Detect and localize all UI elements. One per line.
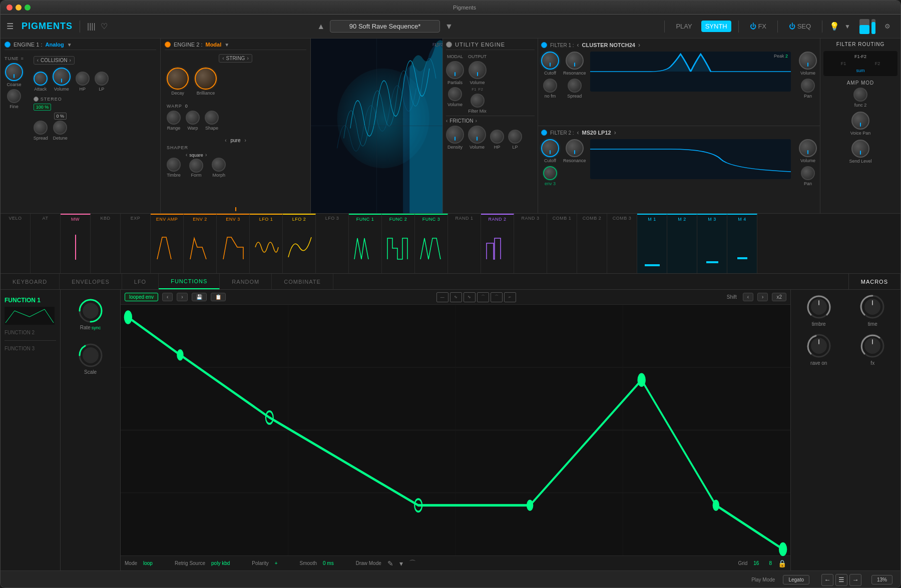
modal-vol-knob[interactable] xyxy=(448,87,462,101)
spread-knob[interactable] xyxy=(34,121,48,135)
collision-next[interactable]: › xyxy=(69,58,71,63)
send-level-knob[interactable] xyxy=(851,140,869,158)
mod-mw[interactable]: MW xyxy=(61,214,91,273)
friction-lp-knob[interactable] xyxy=(508,130,522,144)
mod-env-amp[interactable]: ENV AMP xyxy=(151,214,184,273)
stereo-power[interactable] xyxy=(34,97,39,102)
mod-rand2[interactable]: RAND 2 xyxy=(481,214,514,273)
brilliance-knob[interactable] xyxy=(195,68,217,90)
save-shape-button[interactable]: 💾 xyxy=(192,293,207,301)
square-prev[interactable]: ‹ xyxy=(186,152,187,158)
string-prev[interactable]: ‹ xyxy=(222,56,224,61)
mod-func1[interactable]: FUNC 1 xyxy=(349,214,382,273)
shape-saw[interactable]: ⌒ xyxy=(491,292,503,302)
tab-combinate[interactable]: COMBINATE xyxy=(272,274,333,289)
settings-icon[interactable]: ⚙ xyxy=(880,21,894,32)
partials-knob[interactable] xyxy=(446,61,464,79)
x2-button[interactable]: x2 xyxy=(772,293,786,301)
morph-knob[interactable] xyxy=(212,158,226,172)
grid-value2[interactable]: 8 xyxy=(769,560,772,566)
tab-functions[interactable]: FUNCTIONS xyxy=(159,274,220,289)
form-knob[interactable] xyxy=(189,159,203,173)
filter1-vol-knob[interactable] xyxy=(799,52,817,70)
mod-lfo1[interactable]: LFO 1 xyxy=(250,214,283,273)
rate-knob-ring[interactable] xyxy=(78,298,104,324)
filter2-env3-knob[interactable] xyxy=(543,166,557,180)
mod-kbd[interactable]: KBD xyxy=(91,214,121,273)
range-knob[interactable] xyxy=(167,111,181,125)
polarity-value[interactable]: + xyxy=(275,560,278,566)
waveform-reset-icon[interactable]: ↺ xyxy=(434,42,439,49)
filter-mix-knob[interactable] xyxy=(471,94,485,108)
filter1-pan-knob[interactable] xyxy=(801,79,815,93)
shape-sine[interactable]: ∿ xyxy=(450,292,462,302)
timbre-macro-knob[interactable] xyxy=(806,294,832,320)
fx-macro-knob[interactable] xyxy=(859,333,885,359)
shape-square[interactable]: ⌐ xyxy=(504,292,516,302)
piano-icon[interactable]: |||| xyxy=(87,22,96,31)
filter2-power[interactable] xyxy=(541,130,547,136)
shape-knob[interactable] xyxy=(205,111,219,125)
fine-knob[interactable] xyxy=(7,89,21,103)
grid-value[interactable]: 16 xyxy=(753,560,759,566)
mod-func2[interactable]: FUNC 2 xyxy=(382,214,415,273)
mod-func3[interactable]: FUNC 3 xyxy=(415,214,448,273)
filter1-cutoff-knob[interactable] xyxy=(541,52,559,70)
tab-random[interactable]: RANDOM xyxy=(220,274,272,289)
draw-mode-dropdown[interactable]: ▾ xyxy=(399,559,403,567)
engine1-power[interactable] xyxy=(5,42,11,48)
output-vol-knob[interactable] xyxy=(469,61,487,79)
zoom-button[interactable]: 13% xyxy=(871,575,892,584)
filter1-nofm-knob[interactable] xyxy=(543,79,557,93)
mod-velo[interactable]: VELO xyxy=(1,214,31,273)
menu-icon[interactable]: ☰ xyxy=(7,22,14,31)
mod-comb3[interactable]: COMB 3 xyxy=(607,214,637,273)
filter1-spread-knob[interactable] xyxy=(568,79,582,93)
friction-vol-knob[interactable] xyxy=(468,126,486,144)
pure-next[interactable]: › xyxy=(245,138,246,143)
back-button[interactable]: ← xyxy=(821,574,833,586)
lp-knob[interactable] xyxy=(95,72,109,86)
mod-comb1[interactable]: COMB 1 xyxy=(547,214,577,273)
pure-prev[interactable]: ‹ xyxy=(225,138,226,143)
filter2-prev[interactable]: ‹ xyxy=(577,129,579,136)
tab-lfo[interactable]: LFO xyxy=(122,274,159,289)
mod-lfo2[interactable]: LFO 2 xyxy=(283,214,316,273)
dropdown-icon[interactable]: ▼ xyxy=(844,23,850,30)
collision-prev[interactable]: ‹ xyxy=(37,58,39,63)
heart-icon[interactable]: ♡ xyxy=(101,22,108,31)
tab-envelopes[interactable]: ENVELOPES xyxy=(60,274,122,289)
preset-name[interactable]: 90 Soft Rave Sequence* xyxy=(330,20,440,33)
draw-mode-icon[interactable]: ✎ xyxy=(387,559,393,567)
prev-preset-button[interactable]: ▲ xyxy=(317,22,325,31)
fx-button[interactable]: ⏻ FX xyxy=(746,21,770,32)
friction-hp-knob[interactable] xyxy=(490,130,504,144)
mod-m1[interactable]: M 1 xyxy=(637,214,667,273)
filter1-power[interactable] xyxy=(541,42,547,48)
close-button[interactable] xyxy=(7,5,13,11)
shape-line[interactable]: — xyxy=(436,292,448,302)
coarse-knob[interactable] xyxy=(5,63,23,81)
string-next[interactable]: › xyxy=(247,56,248,61)
mod-m3[interactable]: M 3 xyxy=(697,214,727,273)
function1-title[interactable]: FUNCTION 1 xyxy=(5,294,56,307)
shape-ramp[interactable]: ⌒ xyxy=(477,292,489,302)
filter1-next[interactable]: › xyxy=(638,42,640,49)
voice-pan-knob[interactable] xyxy=(851,112,869,130)
list-button[interactable]: ☰ xyxy=(835,574,847,586)
forward-button[interactable]: → xyxy=(849,574,861,586)
mod-exp[interactable]: EXP xyxy=(121,214,151,273)
engine1-dropdown[interactable]: ▼ xyxy=(67,42,72,48)
filter2-cutoff-knob[interactable] xyxy=(541,139,559,157)
copy-shape-button[interactable]: 📋 xyxy=(211,293,226,301)
time-macro-knob[interactable] xyxy=(859,294,885,320)
volume-knob[interactable] xyxy=(53,68,71,86)
shift-prev[interactable]: ‹ xyxy=(743,293,753,301)
engine2-power[interactable] xyxy=(165,42,171,48)
function-graph[interactable] xyxy=(121,305,790,555)
draw-mode-curve[interactable]: ⌒ xyxy=(409,559,416,568)
timbre-knob[interactable] xyxy=(167,158,181,172)
filter2-next[interactable]: › xyxy=(614,129,616,136)
play-button[interactable]: PLAY xyxy=(672,21,696,32)
tab-macros[interactable]: MACROS xyxy=(848,274,900,289)
